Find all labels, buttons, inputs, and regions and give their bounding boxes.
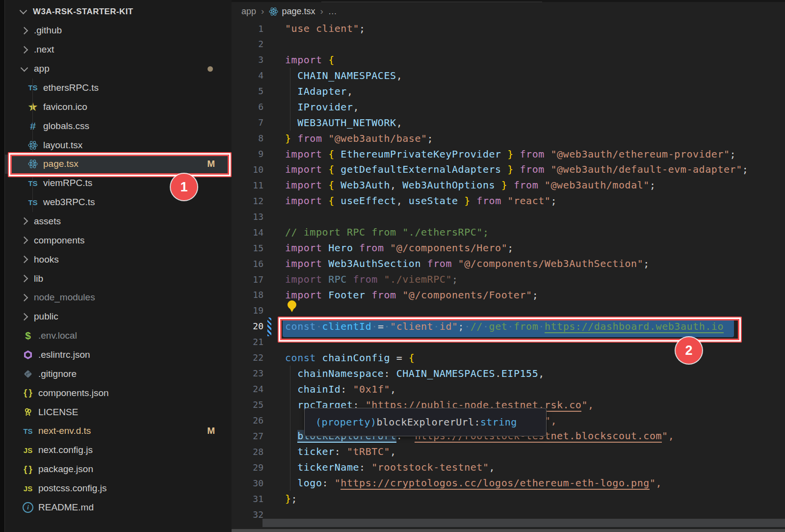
code-line-31[interactable]: 31}; — [232, 491, 785, 506]
line-number: 19 — [232, 305, 263, 316]
window-left-edge — [0, 0, 5, 532]
chevron-right-icon — [21, 275, 28, 283]
item-label: .gitignore — [38, 369, 77, 379]
code-line-15[interactable]: 15import Hero from "@/components/Hero"; — [232, 240, 785, 256]
sidebar-file-license[interactable]: LICENSE — [5, 402, 232, 422]
sidebar-file-ethersrpc-ts[interactable]: TSethersRPC.ts — [5, 78, 232, 97]
code-line-4[interactable]: 4 CHAIN_NAMESPACES, — [232, 68, 785, 83]
code-line-24[interactable]: 24 chainId: "0x1f", — [232, 381, 785, 397]
sidebar-file--gitignore[interactable]: .gitignore — [5, 364, 232, 383]
explorer-root-folder[interactable]: W3A-RSK-STARTER-KIT — [5, 2, 232, 21]
sidebar-file-globals-css[interactable]: #globals.css — [5, 116, 232, 135]
code-line-23[interactable]: 23 chainNamespace: CHAIN_NAMESPACES.EIP1… — [232, 366, 785, 381]
line-number: 30 — [232, 478, 263, 488]
chevron-right-icon — [21, 217, 28, 225]
line-number: 9 — [232, 149, 263, 159]
code-line-1[interactable]: 1"use client"; — [232, 21, 785, 36]
breadcrumb-folder[interactable]: app — [241, 6, 256, 17]
item-label: .eslintrc.json — [38, 349, 90, 360]
code-line-29[interactable]: 29 tickerName: "rootstock-testnet", — [232, 459, 785, 475]
typescript-icon: TS — [26, 83, 39, 92]
code-line-10[interactable]: 10import { getDefaultExternalAdapters } … — [232, 161, 785, 177]
item-label: app — [34, 63, 50, 74]
code-line-6[interactable]: 6 IProvider, — [232, 99, 785, 115]
annotation-marker-2: 2 — [676, 337, 702, 364]
code-line-7[interactable]: 7 WEB3AUTH_NETWORK, — [232, 115, 785, 131]
line-number: 21 — [232, 337, 263, 347]
sidebar-folder--github[interactable]: .github — [5, 21, 232, 40]
line-number: 4 — [232, 70, 263, 80]
javascript-icon: JS — [22, 446, 34, 454]
line-number: 11 — [232, 180, 263, 190]
line-content: chainNamespace: CHAIN_NAMESPACES.EIP155, — [285, 368, 545, 379]
sidebar-file--eslintrc-json[interactable]: .eslintrc.json — [5, 345, 232, 364]
line-number: 32 — [232, 509, 263, 520]
sidebar-folder-lib[interactable]: lib — [5, 269, 232, 288]
line-number: 2 — [232, 39, 263, 49]
code-line-16[interactable]: 16import Web3AuthSection from "@/compone… — [232, 256, 785, 271]
horizontal-scrollbar[interactable] — [262, 519, 785, 527]
sidebar-folder--next[interactable]: .next — [5, 40, 232, 59]
line-content: }; — [285, 493, 297, 505]
sidebar-file-next-env-d-ts[interactable]: TSnext-env.d.tsM — [5, 422, 232, 441]
sidebar-file-postcss-config-js[interactable]: JSpostcss.config.js — [5, 479, 232, 498]
line-content: chainId: "0x1f", — [285, 383, 396, 395]
item-label: .env.local — [38, 330, 77, 341]
item-label: components — [34, 235, 85, 246]
line-number: 13 — [232, 212, 263, 222]
breadcrumb: app › page.tsx › … — [241, 4, 337, 19]
code-line-3[interactable]: 3import { — [232, 52, 785, 68]
code-line-30[interactable]: 30 logo: "https://cryptologos.cc/logos/e… — [232, 475, 785, 491]
breadcrumb-file[interactable]: page.tsx — [282, 6, 315, 17]
code-line-28[interactable]: 28 ticker: "tRBTC", — [232, 444, 785, 459]
line-number: 10 — [232, 164, 263, 175]
breadcrumb-separator: › — [261, 6, 264, 17]
code-line-8[interactable]: 8} from "@web3auth/base"; — [232, 131, 785, 146]
sidebar-file-readme-md[interactable]: iREADME.md — [5, 498, 232, 517]
code-line-5[interactable]: 5 IAdapter, — [232, 83, 785, 99]
chevron-right-icon — [21, 27, 28, 35]
tooltip-property-kind: (property) — [315, 416, 376, 428]
line-content: ticker: "tRBTC", — [285, 446, 396, 457]
code-line-14[interactable]: 14// import RPC from "./ethersRPC"; — [232, 224, 785, 240]
code-line-2[interactable]: 2 — [232, 36, 785, 52]
line-content: CHAIN_NAMESPACES, — [285, 70, 402, 81]
sidebar-folder-assets[interactable]: assets — [5, 212, 232, 231]
sidebar-file-web3rpc-ts[interactable]: TSweb3RPC.ts — [5, 193, 232, 212]
item-label: web3RPC.ts — [43, 197, 95, 208]
sidebar-folder-public[interactable]: public — [5, 307, 232, 326]
annotation-marker-1: 1 — [171, 174, 197, 200]
tab-strip-underline — [321, 1, 542, 2]
project-root-label: W3A-RSK-STARTER-KIT — [33, 7, 133, 17]
eslint-icon — [22, 350, 34, 360]
code-line-13[interactable]: 13 — [232, 209, 785, 224]
vscode-window: W3A-RSK-STARTER-KIT .github.nextappTSeth… — [0, 0, 785, 532]
code-line-18[interactable]: 18import Footer from "@/components/Foote… — [232, 287, 785, 303]
code-line-12[interactable]: 12import { useEffect, useState } from "r… — [232, 193, 785, 209]
chevron-down-icon — [21, 64, 28, 72]
sidebar-file--env-local[interactable]: $.env.local — [5, 326, 232, 346]
sidebar-file-package-json[interactable]: { }package.json — [5, 460, 232, 479]
sidebar-file-components-json[interactable]: { }components.json — [5, 383, 232, 402]
line-number: 16 — [232, 259, 263, 269]
line-number: 8 — [232, 133, 263, 143]
gutter-modified-indicator — [267, 318, 271, 336]
sidebar-folder-components[interactable]: components — [5, 231, 232, 250]
item-label: assets — [34, 216, 61, 227]
line-number: 5 — [232, 86, 263, 96]
line-number: 23 — [232, 368, 263, 378]
code-line-11[interactable]: 11import { Web3Auth, Web3AuthOptions } f… — [232, 177, 785, 193]
window-bottom-edge — [232, 529, 785, 532]
line-number: 15 — [232, 243, 263, 253]
sidebar-folder-app[interactable]: app — [5, 59, 232, 79]
line-content: import { Web3Auth, Web3AuthOptions } fro… — [285, 179, 656, 191]
code-line-22[interactable]: 22const chainConfig = { — [232, 350, 785, 366]
line-content: } from "@web3auth/base"; — [285, 133, 433, 144]
breadcrumb-symbol-more[interactable]: … — [328, 6, 337, 17]
sidebar-file-next-config-js[interactable]: JSnext.config.js — [5, 441, 232, 460]
sidebar-file-favicon-ico[interactable]: ★favicon.ico — [5, 97, 232, 116]
code-line-9[interactable]: 9import { EthereumPrivateKeyProvider } f… — [232, 146, 785, 162]
code-line-17[interactable]: 17import RPC from "./viemRPC"; — [232, 271, 785, 287]
sidebar-folder-node-modules[interactable]: node_modules — [5, 288, 232, 307]
sidebar-folder-hooks[interactable]: hooks — [5, 250, 232, 269]
